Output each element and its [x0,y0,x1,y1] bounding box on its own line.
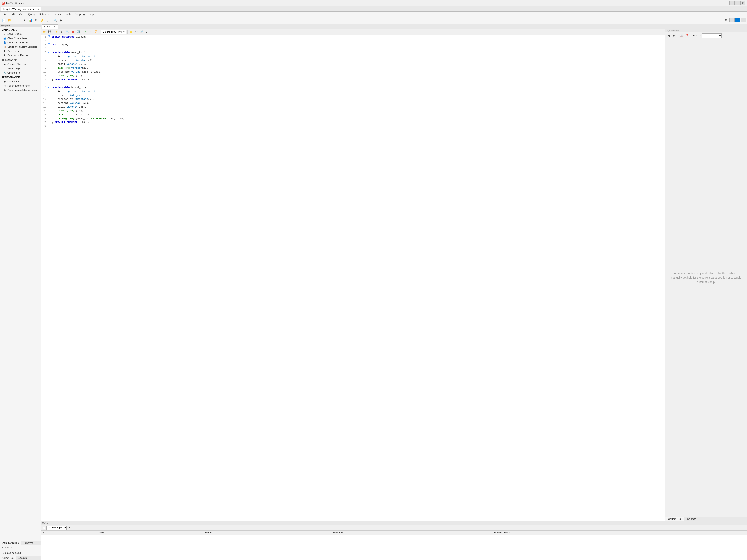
nav-tab-administration[interactable]: Administration [0,541,21,545]
help-context-button[interactable]: ❓ [685,33,689,38]
fold-button[interactable]: ▽ [49,51,51,54]
line-content[interactable]: created_at timestamp(6), [51,97,665,101]
rollback-button[interactable]: ✕ [88,30,93,34]
create-function-button[interactable]: ∫ [45,18,51,23]
toggle-button[interactable]: 🔄 [76,30,81,34]
line-content[interactable]: id integer auto_increment, [51,90,665,94]
menu-help[interactable]: Help [87,12,96,16]
menu-database[interactable]: Database [37,12,52,16]
nav-item-server-logs[interactable]: ⚠ Server Logs [0,66,41,71]
close-button[interactable]: ✕ [740,1,745,5]
open-script-button[interactable]: 📂 [7,18,12,23]
nav-back-button[interactable]: ◀ [667,33,671,38]
nav-tab-schemas[interactable]: Schemas [21,541,36,545]
nav-item-data-export[interactable]: ⬆ Data Export [0,49,41,53]
query-tab-1[interactable]: Query 1 ✕ [42,24,58,29]
nav-item-performance-schema[interactable]: ◎ Performance Schema Setup [0,88,41,92]
line-content[interactable]: title varchar(255), [51,105,665,109]
line-content[interactable]: user_id integer, [51,94,665,97]
line-content[interactable]: ) DEFAULT CHARSET=utf8mb4; [51,121,665,125]
output-dropdown-button[interactable]: ▼ [67,525,72,530]
explain-button[interactable]: 🔍 [65,30,70,34]
more-button[interactable]: ⋮ [150,30,155,34]
nav-item-users-privileges[interactable]: 👤 Users and Privileges [0,41,41,45]
line-content[interactable]: ) DEFAULT CHARSET=utf8mb4; [51,78,665,82]
stop-button[interactable]: ⏹ [70,30,75,34]
menu-scripting[interactable]: Scripting [73,12,87,16]
nav-item-client-connections[interactable]: 👥 Client Connections [0,36,41,41]
snippets-tab[interactable]: Snippets [685,517,699,521]
minimize-button[interactable]: ─ [729,1,735,5]
line-content[interactable]: use blogdb; [51,43,665,47]
settings-button[interactable]: ⚙ [723,18,729,23]
menu-file[interactable]: File [1,12,9,16]
execute-all-button[interactable]: ⚡ [54,30,59,34]
info-button[interactable]: ℹ [14,18,20,23]
create-schema-button[interactable]: 🗄 [22,18,27,23]
fold-button[interactable]: ▽ [49,85,51,90]
menu-edit[interactable]: Edit [9,12,17,16]
create-procedure-button[interactable]: ⚡ [39,18,45,23]
line-content[interactable]: username varchar(255) unique, [51,70,665,74]
line-content[interactable]: password varchar(255), [51,66,665,70]
nav-item-server-status[interactable]: 🖥 Server Status [0,32,41,36]
open-file-button[interactable]: 📂 [42,30,47,34]
line-content[interactable]: create table board_tb ( [51,85,665,90]
new-query-button[interactable]: 📄 [1,18,6,23]
output-type-select[interactable]: Action Output [47,526,67,530]
menu-view[interactable]: View [17,12,26,16]
nav-item-performance-reports[interactable]: ◎ Performance Reports [0,84,41,88]
search-replace-button[interactable]: ✂ [134,30,139,34]
search-find-button[interactable]: 🔎 [139,30,144,34]
line-content[interactable]: create database blogdb; [51,35,665,39]
context-help-tab[interactable]: Context Help [665,517,685,521]
jump-to-select[interactable] [702,33,722,38]
line-number: 16 [41,94,48,97]
commit-button[interactable]: ✓ [82,30,87,34]
inspector-button[interactable]: 🔍 [53,18,58,23]
code-line: 19 title varchar(255), [41,105,665,109]
code-editor[interactable]: 1create database blogdb;23use blogdb;45▽… [41,35,665,521]
nav-item-dashboard[interactable]: ◉ Dashboard [0,79,41,84]
view-active-button[interactable] [735,18,740,22]
line-content[interactable]: email varchar(255), [51,62,665,66]
nav-item-data-import[interactable]: ⬇ Data Import/Restore [0,53,41,58]
line-content[interactable]: foreign key (user_id) references user_tb… [51,117,665,121]
main-tab[interactable]: blogdb - Warning - not suppor... ✕ [1,7,42,11]
nav-item-startup-shutdown[interactable]: ▶ Startup / Shutdown [0,62,41,66]
nav-label-users-privileges: Users and Privileges [7,41,29,44]
save-file-button[interactable]: 💾 [47,30,52,34]
query-tab-close-icon[interactable]: ✕ [54,25,55,28]
line-content[interactable]: constraint fk_board_user [51,113,665,117]
code-line: 24 [41,125,665,128]
code-line: 23) DEFAULT CHARSET=utf8mb4; [41,121,665,125]
line-content[interactable]: primary key (id) [51,74,665,78]
menu-tools[interactable]: Tools [63,12,73,16]
limit-rows-select[interactable]: Limit to 1000 rows Don't Limit Limit to … [101,30,126,34]
output-select-wrap: 📋 Action Output ▼ [43,525,72,530]
nav-item-status-variables[interactable]: 📋 Status and System Variables [0,45,41,49]
line-content[interactable]: create table user_tb ( [51,51,665,54]
bottom-tab-session[interactable]: Session [16,556,29,560]
nav-item-options-file[interactable]: 🔧 Options File [0,71,41,75]
bottom-tab-object-info[interactable]: Object Info [0,556,16,560]
line-content[interactable]: created_at timestamp(6), [51,58,665,62]
line-content[interactable]: content varchar(255), [51,101,665,105]
line-content[interactable]: primary key (id), [51,109,665,113]
menu-server[interactable]: Server [52,12,63,16]
magnify-button[interactable]: ⭐ [128,30,133,34]
menu-query[interactable]: Query [26,12,37,16]
line-content[interactable]: id integer auto_increment, [51,54,665,58]
autocommit-button[interactable]: 🔀 [93,30,98,34]
execute-selected-button[interactable]: ▶ [59,30,65,34]
view-split-button[interactable] [729,18,735,22]
nav-forward-button[interactable]: ▶ [672,33,676,38]
tab-close-icon[interactable]: ✕ [37,8,39,10]
execute-button[interactable]: ▶ [58,18,64,23]
indent-button[interactable]: 🖊 [145,30,150,34]
view-list-button[interactable] [741,18,746,22]
maximize-button[interactable]: □ [735,1,740,5]
create-view-button[interactable]: 👁 [33,18,39,23]
create-table-button[interactable]: 📊 [28,18,33,23]
help-mode-button[interactable]: 📖 [679,33,684,38]
